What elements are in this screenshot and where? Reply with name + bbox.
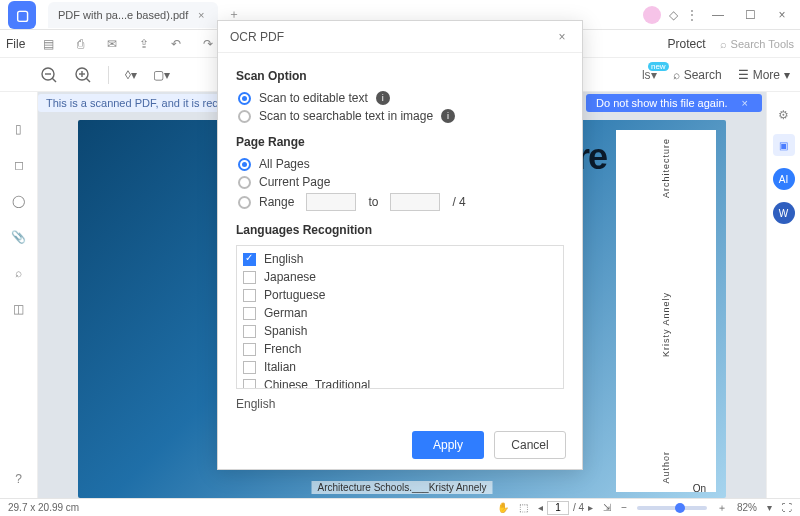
dialog-overlay: OCR PDF × Scan Option Scan to editable t… [0,0,800,516]
language-option[interactable]: Italian [243,358,557,376]
language-label: Chinese_Traditional [264,378,370,389]
checkbox-icon [243,343,256,356]
dialog-close-icon[interactable]: × [554,30,570,44]
option-all-pages[interactable]: All Pages [238,157,564,171]
radio-icon [238,176,251,189]
language-option[interactable]: Spanish [243,322,557,340]
language-label: German [264,306,307,320]
language-label: French [264,342,301,356]
ocr-dialog: OCR PDF × Scan Option Scan to editable t… [217,20,583,470]
radio-icon [238,110,251,123]
radio-icon [238,196,251,209]
option-editable-text[interactable]: Scan to editable text i [238,91,564,105]
language-option[interactable]: English [243,250,557,268]
checkbox-icon [243,253,256,266]
scan-option-heading: Scan Option [236,69,564,83]
range-from-input[interactable] [306,193,356,211]
option-searchable-text[interactable]: Scan to searchable text in image i [238,109,564,123]
checkbox-icon [243,325,256,338]
languages-heading: Languages Recognition [236,223,564,237]
dialog-title: OCR PDF [230,30,284,44]
language-label: Spanish [264,324,307,338]
apply-button[interactable]: Apply [412,431,484,459]
info-icon[interactable]: i [441,109,455,123]
cancel-button[interactable]: Cancel [494,431,566,459]
range-to-input[interactable] [390,193,440,211]
checkbox-icon [243,379,256,390]
language-label: Italian [264,360,296,374]
language-option[interactable]: French [243,340,557,358]
option-current-page[interactable]: Current Page [238,175,564,189]
page-range-heading: Page Range [236,135,564,149]
radio-icon [238,158,251,171]
language-option[interactable]: Portuguese [243,286,557,304]
language-label: Portuguese [264,288,325,302]
checkbox-icon [243,271,256,284]
language-label: English [264,252,303,266]
language-option[interactable]: Chinese_Traditional [243,376,557,389]
checkbox-icon [243,307,256,320]
language-label: Japanese [264,270,316,284]
language-option[interactable]: German [243,304,557,322]
language-option[interactable]: Japanese [243,268,557,286]
radio-icon [238,92,251,105]
range-total: / 4 [452,195,465,209]
option-range[interactable]: Range to / 4 [238,193,564,211]
checkbox-icon [243,289,256,302]
checkbox-icon [243,361,256,374]
languages-selected-summary: English [236,397,564,411]
languages-list[interactable]: EnglishJapanesePortugueseGermanSpanishFr… [236,245,564,389]
info-icon[interactable]: i [376,91,390,105]
